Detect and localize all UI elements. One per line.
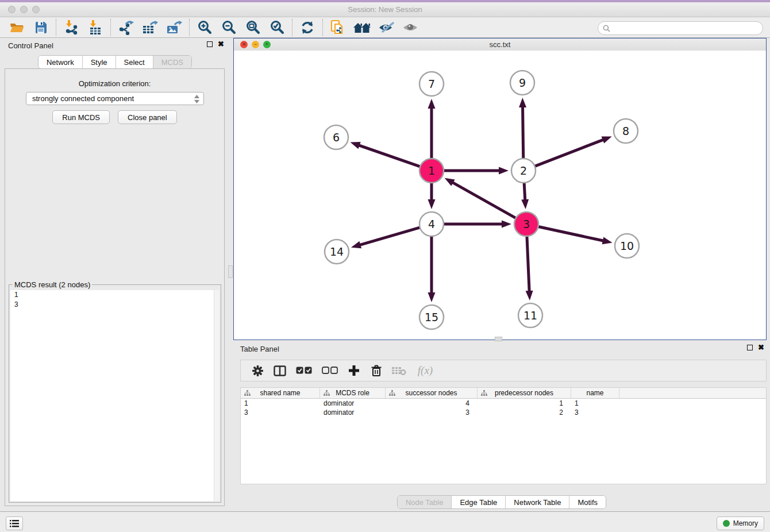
import-network-button[interactable] xyxy=(59,18,83,37)
search-input[interactable] xyxy=(613,24,763,33)
zoom-out-button[interactable] xyxy=(217,18,241,37)
cell-name[interactable]: 3 xyxy=(571,408,619,417)
copy-network-view-button[interactable] xyxy=(326,18,350,37)
column-header-predecessor-nodes[interactable]: predecessor nodes xyxy=(478,388,571,398)
search-field xyxy=(598,21,763,35)
horizontal-divider-grip[interactable] xyxy=(495,337,502,341)
graph-node-1[interactable]: 1 xyxy=(419,159,444,183)
open-session-button[interactable] xyxy=(5,18,29,37)
search-icon xyxy=(603,25,610,32)
network-titlebar[interactable]: ✕ − + scc.txt xyxy=(234,38,766,51)
panel-divider-grip[interactable] xyxy=(228,265,233,278)
column-header-successor-nodes[interactable]: successor nodes xyxy=(386,388,478,398)
cell-mcds-role[interactable]: dominator xyxy=(320,408,386,417)
tab-network-table[interactable]: Network Table xyxy=(505,496,569,508)
network-graph[interactable]: 1234678910111415 xyxy=(234,51,766,340)
graph-edge-2-8[interactable] xyxy=(534,140,604,167)
cell-successor-nodes[interactable]: 4 xyxy=(386,399,478,408)
graph-node-11[interactable]: 11 xyxy=(518,303,542,327)
refresh-view-button[interactable] xyxy=(295,18,319,37)
function-builder-button[interactable]: f(x) xyxy=(413,362,438,379)
add-column-button[interactable] xyxy=(345,362,363,379)
graph-edge-2-9[interactable] xyxy=(523,106,523,160)
cell-successor-nodes[interactable]: 3 xyxy=(386,408,478,417)
task-history-button[interactable] xyxy=(6,516,23,530)
graph-node-10[interactable]: 10 xyxy=(615,234,639,258)
split-view-button[interactable] xyxy=(271,362,288,379)
graph-edge-2-3[interactable] xyxy=(524,182,525,201)
save-icon xyxy=(34,21,48,34)
criterion-select[interactable]: strongly connected component xyxy=(26,92,204,105)
graph-edge-1-6[interactable] xyxy=(359,145,421,167)
deselect-all-button[interactable] xyxy=(319,362,340,379)
tree-icon xyxy=(244,390,251,396)
export-network-button[interactable] xyxy=(114,18,138,37)
mcds-result-list[interactable]: 1 3 xyxy=(10,290,220,501)
svg-text:6: 6 xyxy=(333,131,340,144)
delete-table-button[interactable] xyxy=(390,362,407,379)
select-all-button[interactable] xyxy=(294,362,314,379)
tab-mcds[interactable]: MCDS xyxy=(153,56,191,68)
run-mcds-button[interactable]: Run MCDS xyxy=(52,110,110,124)
result-scrollbar[interactable] xyxy=(214,290,220,501)
graph-node-2[interactable]: 2 xyxy=(511,159,536,183)
cell-shared-name[interactable]: 3 xyxy=(241,408,320,417)
tab-motifs[interactable]: Motifs xyxy=(569,496,606,508)
graph-node-4[interactable]: 4 xyxy=(419,212,444,236)
hide-selected-button[interactable] xyxy=(374,18,398,37)
graph-node-7[interactable]: 7 xyxy=(419,72,444,96)
column-header-shared-name[interactable]: shared name xyxy=(241,388,320,398)
graph-node-3[interactable]: 3 xyxy=(514,212,538,236)
show-all-button[interactable] xyxy=(398,18,422,37)
graph-node-14[interactable]: 14 xyxy=(325,240,349,264)
tab-edge-table[interactable]: Edge Table xyxy=(451,496,505,508)
export-image-button[interactable] xyxy=(162,18,186,37)
import-table-button[interactable] xyxy=(83,18,107,37)
memory-button[interactable]: Memory xyxy=(717,516,764,530)
home-view-button[interactable] xyxy=(350,18,374,37)
delete-columns-button[interactable] xyxy=(368,362,385,379)
tab-select[interactable]: Select xyxy=(116,56,153,68)
result-item: 1 xyxy=(10,290,220,300)
export-table-button[interactable] xyxy=(138,18,162,37)
table-row[interactable]: 1 dominator 4 1 1 xyxy=(241,399,766,408)
close-panel-button[interactable]: Close panel xyxy=(118,110,177,124)
column-header-mcds-role[interactable]: MCDS role xyxy=(320,388,386,398)
cell-predecessor-nodes[interactable]: 2 xyxy=(478,408,571,417)
graph-node-8[interactable]: 8 xyxy=(614,119,638,143)
table-row[interactable]: 3 dominator 3 2 3 xyxy=(241,408,766,417)
svg-text:1: 1 xyxy=(428,164,435,177)
column-header-name[interactable]: name xyxy=(571,388,619,398)
network-canvas[interactable]: 1234678910111415 xyxy=(234,51,766,340)
close-panel-icon[interactable]: ✖ xyxy=(218,41,224,47)
tab-node-table[interactable]: Node Table xyxy=(398,496,452,508)
mcds-result-title: MCDS result (2 nodes) xyxy=(13,280,92,289)
graph-arrowhead xyxy=(521,199,529,209)
cell-mcds-role[interactable]: dominator xyxy=(320,399,386,408)
zoom-selected-button[interactable] xyxy=(265,18,289,37)
graph-edge-3-1[interactable] xyxy=(452,182,517,219)
zoom-fit-button[interactable] xyxy=(241,18,265,37)
graph-edge-4-14[interactable] xyxy=(359,227,421,245)
zoom-selected-icon xyxy=(270,20,284,35)
import-table-icon xyxy=(88,20,103,35)
tab-style[interactable]: Style xyxy=(82,56,116,68)
float-panel-icon[interactable] xyxy=(207,41,213,47)
zoom-in-button[interactable] xyxy=(192,18,217,37)
graph-edge-3-10[interactable] xyxy=(537,226,604,241)
save-session-button[interactable] xyxy=(29,18,53,37)
table-settings-button[interactable] xyxy=(249,362,266,379)
graph-node-15[interactable]: 15 xyxy=(419,305,444,329)
close-table-panel-icon[interactable]: ✖ xyxy=(758,345,764,350)
delete-table-icon xyxy=(391,366,406,376)
cell-name[interactable]: 1 xyxy=(571,399,619,408)
graph-node-9[interactable]: 9 xyxy=(510,71,534,95)
tab-network[interactable]: Network xyxy=(38,56,82,68)
graph-node-6[interactable]: 6 xyxy=(324,125,348,149)
control-panel-tabs: Network Style Select MCDS xyxy=(38,55,192,69)
cell-shared-name[interactable]: 1 xyxy=(241,399,320,408)
cell-predecessor-nodes[interactable]: 1 xyxy=(478,399,571,408)
float-table-panel-icon[interactable] xyxy=(747,345,753,350)
criterion-value: strongly connected component xyxy=(32,94,134,103)
graph-edge-3-11[interactable] xyxy=(527,235,529,292)
